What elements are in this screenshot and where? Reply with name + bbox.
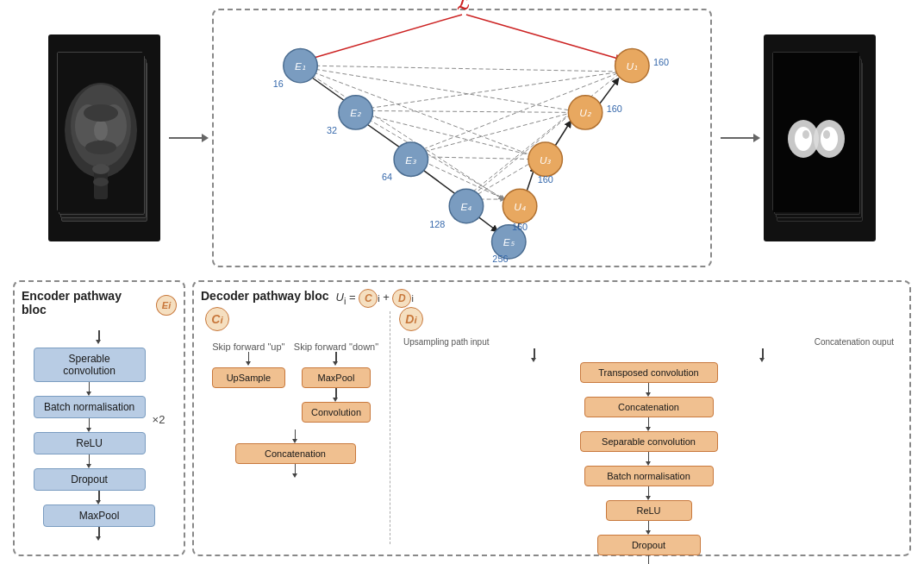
encoder-block-relu: ReLU: [34, 432, 146, 454]
upsampling-path-label: Upsampling path input: [403, 337, 490, 347]
encoder-block-sep-conv: Sperable convolution: [34, 348, 146, 382]
output-layer-1: [772, 52, 858, 211]
ci-concat-block: Concatenation: [235, 443, 356, 464]
eq-u: U: [336, 291, 344, 304]
svg-point-67: [795, 127, 812, 151]
mri-input-image: [48, 34, 160, 241]
di-label: Di: [399, 307, 423, 331]
svg-line-17: [363, 116, 505, 199]
svg-text:U₁: U₁: [627, 60, 639, 72]
x2-label: ×2: [153, 413, 165, 426]
maxpool-arrow: [335, 388, 337, 398]
di-arrow-left: [534, 348, 535, 359]
input-arrow: [169, 137, 203, 139]
skip-up-arrow: [248, 352, 250, 362]
svg-line-36: [466, 15, 622, 60]
decoder-equation: Ui = Ci + Di: [336, 289, 414, 308]
encoder-blocks-col: Sperable convolution Batch normalisation…: [34, 348, 146, 491]
enc-arrow-1: [89, 382, 91, 392]
ci-flow: Skip forward "up" UpSample Skip forward …: [201, 337, 390, 474]
di-arrow-4: [648, 486, 650, 497]
decoder-bloc-box: Decoder pathway bloc Ui = Ci + Di Ci Ski…: [192, 280, 911, 556]
enc-arrow-2: [89, 418, 91, 429]
encoder-bloc-box: Encoder pathway bloc Ei Sperable convolu…: [13, 280, 185, 556]
skip-down-col: Skip forward "down" MaxPool Convolution: [294, 342, 378, 423]
svg-point-9: [92, 164, 109, 174]
maxpool-block: MaxPool: [302, 367, 371, 388]
svg-point-5: [94, 120, 108, 141]
mri-scan-svg: [58, 53, 144, 212]
sep-conv-block: Separable convolution: [580, 431, 718, 452]
svg-point-7: [85, 141, 116, 154]
output-stack: [772, 52, 867, 224]
ci-badge: C: [359, 289, 378, 308]
svg-point-6: [84, 104, 118, 122]
svg-point-70: [823, 130, 830, 139]
ci-sub: i: [378, 293, 379, 304]
di-concat-block: Concatenation: [584, 397, 714, 417]
di-header-row: Upsampling path input Concatenation oupu…: [395, 337, 902, 347]
output-scan-svg: [773, 53, 859, 212]
svg-text:160: 160: [538, 174, 553, 185]
svg-point-68: [821, 127, 838, 151]
ci-sub2: i: [220, 314, 222, 325]
di-badge: D: [392, 289, 411, 308]
top-section: ℒ: [0, 0, 924, 276]
relu-block: ReLU: [606, 500, 692, 521]
skip-up-label: Skip forward "up": [212, 342, 284, 352]
enc-arrow-4: [98, 491, 100, 501]
output-arrow: [721, 137, 755, 139]
encoder-title-row: Encoder pathway bloc Ei: [22, 289, 177, 322]
svg-point-69: [802, 130, 809, 139]
svg-text:E₂: E₂: [350, 107, 362, 119]
svg-line-35: [307, 15, 462, 60]
di-sub3: i: [414, 314, 416, 325]
svg-text:256: 256: [492, 254, 508, 264]
di-arrow-3: [648, 452, 650, 462]
svg-text:E₄: E₄: [460, 201, 471, 213]
svg-text:E₅: E₅: [503, 236, 515, 248]
svg-text:160: 160: [653, 57, 669, 67]
mri-stack: [57, 52, 152, 224]
di-arrow-5: [648, 521, 650, 531]
batch-norm-block: Batch normalisation: [584, 466, 714, 486]
enc-arrow-5: [98, 527, 100, 537]
ci-label: Ci: [205, 307, 229, 331]
output-image: [764, 34, 876, 241]
di-arrow-right: [762, 348, 764, 359]
svg-line-11: [309, 66, 621, 72]
svg-text:160: 160: [512, 222, 528, 232]
concat-output-label: Concatenation ouput: [815, 337, 894, 347]
di-arrows-row: [420, 348, 877, 359]
skip-down-label: Skip forward "down": [294, 342, 378, 352]
svg-text:128: 128: [429, 219, 445, 229]
svg-text:32: 32: [327, 125, 337, 135]
mri-layer-1: [57, 52, 143, 211]
decoder-bloc-title: Decoder pathway bloc: [201, 289, 329, 303]
di-arrow-2: [648, 417, 650, 428]
encoder-block-row-1: Sperable convolution Batch normalisation…: [34, 348, 165, 491]
ci-columns: Skip forward "up" UpSample Skip forward …: [212, 342, 378, 423]
bottom-section: Encoder pathway bloc Ei Sperable convolu…: [0, 276, 924, 564]
conv-block: Convolution: [302, 402, 371, 423]
encoder-arrow-0: [98, 330, 100, 341]
concat-arrow-2: [295, 464, 297, 474]
encoder-block-dropout: Dropout: [34, 468, 146, 491]
di-sub: i: [411, 293, 413, 304]
network-box: ℒ: [212, 9, 712, 267]
encoder-node-label: Ei: [156, 295, 177, 316]
di-section: Di Upsampling path input Concatenation o…: [395, 311, 902, 544]
encoder-flow: Sperable convolution Batch normalisation…: [22, 330, 177, 537]
concat-arrow-1: [295, 429, 297, 440]
encoder-block-maxpool: MaxPool: [43, 504, 155, 527]
svg-text:U₂: U₂: [579, 107, 592, 119]
svg-line-16: [364, 114, 537, 156]
network-svg: E₁ 16 E₂ 32 E₃ 64 E₄ 128 E₅ 256 U₄ 160: [214, 10, 710, 266]
svg-text:U₃: U₃: [540, 154, 553, 166]
di-arrow-6: [648, 555, 650, 564]
decoder-title-row: Decoder pathway bloc Ui = Ci + Di: [201, 289, 902, 308]
ci-section: Ci Skip forward "up" UpSample Skip forwa…: [201, 311, 390, 544]
svg-text:E₃: E₃: [405, 154, 417, 166]
svg-text:E₁: E₁: [295, 60, 306, 72]
svg-text:64: 64: [382, 172, 392, 182]
